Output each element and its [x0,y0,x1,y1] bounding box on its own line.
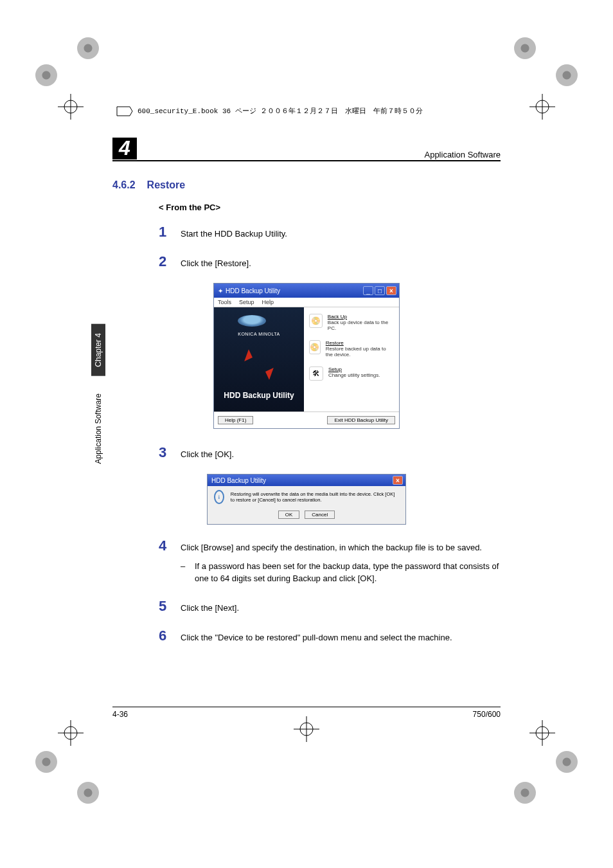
step-number: 4 [159,538,181,554]
registration-mark-icon [58,94,84,120]
step-3: 3 Click the [OK]. [159,444,501,461]
panel-title: HDD Backup Utility [224,391,294,400]
step-text: Click the [OK]. [181,449,234,461]
page-number-right: 750/600 [473,710,501,719]
step-sub-text: If a password has been set for the backu… [195,561,501,585]
bullet-dash: – [181,561,195,585]
step-text: Start the HDD Backup Utility. [181,228,287,240]
step-1: 1 Start the HDD Backup Utility. [159,224,501,240]
disc-icon [238,315,266,327]
menu-setup[interactable]: Setup [239,299,254,305]
menu-tools[interactable]: Tools [218,299,231,305]
crop-header: 600_security_E.book 36 ページ ２００６年１２月２７日 水… [116,105,423,117]
titlebar: ✦ HDD Backup Utility _ □ × [214,284,399,298]
dialog-message: Restoring will overwrite the data on the… [231,491,399,503]
chapter-side-tab: Chapter 4 [91,324,105,376]
cancel-button[interactable]: Cancel [305,511,335,519]
brand-panel: KONICA MINOLTA HDD Backup Utility [214,307,304,411]
step-6: 6 Click the "Device to be restored" pull… [159,628,501,644]
registration-mark-icon [529,94,555,120]
window-title: HDD Backup Utility [226,287,280,294]
option-desc: Back up device data to the PC. [328,320,394,331]
page-footer: 4-36 750/600 [112,707,501,719]
sync-arrows-icon [242,347,276,381]
exit-button[interactable]: Exit HDD Backup Utility [327,416,395,424]
close-button[interactable]: × [393,476,403,485]
help-button[interactable]: Help (F1) [218,416,253,424]
option-title: Back Up [328,314,394,320]
crop-disc [514,37,536,59]
menu-bar: Tools Setup Help [214,298,399,307]
backup-icon: 📀 [309,314,323,328]
step-text: Click the "Device to be restored" pull-d… [181,632,452,644]
step-text: Click [Browse] and specify the destinati… [181,542,501,585]
minimize-button[interactable]: _ [363,286,373,295]
registration-mark-icon [294,716,319,742]
option-title: Restore [326,340,394,346]
app-icon: ✦ [218,287,223,294]
info-icon: i [214,490,224,504]
crop-disc [35,751,57,773]
option-desc: Change utility settings. [328,372,380,378]
option-setup[interactable]: 🛠 Setup Change utility settings. [309,366,394,381]
screenshot-confirm-dialog: HDD Backup Utility × i Restoring will ov… [207,474,406,525]
step-number: 5 [159,598,181,615]
menu-help[interactable]: Help [262,299,274,305]
registration-mark-icon [58,720,84,746]
step-text: Click the [Restore]. [181,258,251,270]
page-arrow-icon [116,105,134,117]
step-main-text: Click [Browse] and specify the destinati… [181,543,482,552]
ok-button[interactable]: OK [278,511,300,519]
crop-disc [556,751,578,773]
step-2: 2 Click the [Restore]. [159,253,501,270]
option-restore[interactable]: 📀 Restore Restore backed up data to the … [309,340,394,357]
step-4: 4 Click [Browse] and specify the destina… [159,538,501,585]
crop-disc [556,64,578,86]
registration-mark-icon [529,720,555,746]
sub-heading: < From the PC> [159,203,501,212]
section-title: Restore [147,179,186,190]
options-panel: 📀 Back Up Back up device data to the PC.… [304,307,399,411]
step-text: Click the [Next]. [181,602,239,615]
crop-disc [35,64,57,86]
screenshot-main-window: ✦ HDD Backup Utility _ □ × Tools Setup H… [213,283,400,429]
option-desc: Restore backed up data to the device. [326,346,394,357]
section-heading: 4.6.2Restore [112,179,501,191]
page-body: 4 Application Software 4.6.2Restore < Fr… [112,126,501,719]
close-button[interactable]: × [386,286,396,295]
window-title: HDD Backup Utility [211,477,266,484]
crop-disc [514,782,536,804]
section-side-tab: Application Software [91,384,105,473]
restore-icon: 📀 [309,340,321,354]
crop-disc [77,37,99,59]
step-number: 6 [159,628,181,644]
crop-header-text: 600_security_E.book 36 ページ ２００６年１２月２７日 水… [138,107,423,115]
section-number: 4.6.2 [112,179,136,190]
chapter-number: 4 [112,138,137,159]
option-title: Setup [328,366,380,372]
step-5: 5 Click the [Next]. [159,598,501,615]
step-number: 2 [159,253,181,270]
titlebar: HDD Backup Utility × [208,475,405,486]
maximize-button[interactable]: □ [375,286,385,295]
page-number-left: 4-36 [112,710,128,719]
setup-icon: 🛠 [309,366,323,381]
step-number: 3 [159,444,181,461]
page-header: 4 Application Software [112,138,501,161]
crop-disc [77,782,99,804]
option-backup[interactable]: 📀 Back Up Back up device data to the PC. [309,314,394,331]
header-section-label: Application Software [424,150,501,159]
step-number: 1 [159,224,181,240]
brand-label: KONICA MINOLTA [238,332,280,336]
